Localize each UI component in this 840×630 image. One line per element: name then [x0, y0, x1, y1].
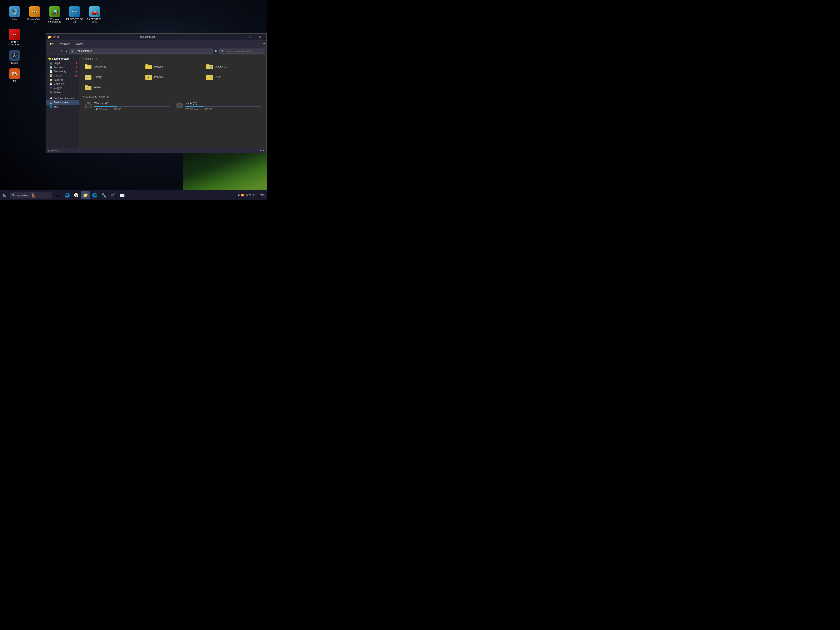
media-icon: 💾	[49, 82, 52, 85]
up-button[interactable]: ↑	[59, 49, 64, 54]
desktop-icon-cpuid[interactable]: HW CPUID HWMonitor	[6, 29, 23, 46]
folder-pobrane[interactable]: Pobrane	[143, 73, 202, 82]
desktop-icon-ea-fc[interactable]: FC24 EA SPORTS FC 24	[66, 6, 83, 23]
deer-icon: 🦌	[30, 193, 36, 198]
path-end-separator: ›	[93, 50, 93, 52]
taskbar-icon-explorer[interactable]: 📁	[81, 191, 90, 199]
desktop-icon-ea-wrc[interactable]: 🚗 EA SPORTS™ WRC	[86, 6, 103, 23]
recent-button[interactable]: ▾	[65, 49, 68, 54]
folders-grid: Dokumenty ♪ Muzyka	[83, 62, 263, 92]
taskbar-icon-edge[interactable]: 🌐	[63, 191, 71, 199]
drive-c-icon	[85, 102, 92, 110]
tab-plik[interactable]: Plik	[48, 41, 57, 46]
ribbon-expand-button[interactable]: ▾	[263, 42, 265, 46]
forward-button[interactable]: →	[53, 49, 58, 54]
drive-c-bar-fill	[95, 106, 117, 107]
address-path[interactable]: 🖥️ › Ten komputer ›	[69, 49, 213, 54]
folder-wideo[interactable]: Wideo	[83, 83, 142, 92]
desktop-icon-cs2[interactable]: CS2 Counter-Strike 2	[26, 6, 43, 23]
status-text: Elementy: 9 |	[48, 149, 62, 152]
close-button[interactable]: ✕	[255, 33, 265, 40]
sidebar-item-media[interactable]: 💾 Media (D:)	[46, 82, 79, 86]
sidebar-item-farming[interactable]: 📁 Farming	[46, 78, 79, 82]
desktop-icon-kosz[interactable]: 🗑️ Kosz	[6, 6, 23, 23]
ea-wrc-label: EA SPORTS™ WRC	[86, 18, 103, 23]
drive-d-bar-fill	[185, 106, 204, 107]
steam-label: Steam	[11, 62, 18, 64]
folder-obrazy[interactable]: Obrazy	[83, 73, 142, 82]
sidebar-item-obrazy[interactable]: 🖼️ Obrazy 📌	[46, 74, 79, 78]
taskbar-system-icons: 🔊 📶	[237, 194, 244, 196]
sidebar-item-siec[interactable]: 🌐 Sieć	[46, 104, 79, 109]
background-decoration	[183, 148, 267, 190]
cs2-icon: CS2	[29, 6, 40, 17]
taskbar-app-icons: ⊞ 🌐 📁 🌐 🔧 🛒 ✉️	[54, 191, 126, 199]
folder-obiekty3d[interactable]: Obiekty 3D	[204, 62, 263, 71]
drive-d-info: Media (D:) 729 GB wolnych z 953 GB	[185, 102, 261, 111]
desktop-icon-ea[interactable]: EA EA	[6, 68, 23, 82]
taskbar-icon-chrome[interactable]	[72, 191, 81, 199]
taskbar-icon-mail[interactable]: ✉️	[118, 191, 126, 199]
cs2-label: Counter-Strike 2	[26, 18, 43, 23]
sidebar-item-pobrane[interactable]: ⬇️ Pobrane 📌	[46, 65, 79, 69]
taskbar-search[interactable]: 🔍 Wyszukaj 🦌	[10, 192, 52, 199]
pin-indicator: 📌	[75, 70, 77, 73]
grid-view-icon[interactable]: ⊞	[262, 149, 264, 152]
tab-komputer[interactable]: Komputer	[57, 41, 73, 46]
dokumenty-icon: 📄	[49, 70, 52, 73]
folder-muzyka[interactable]: ♪ Muzyka	[143, 62, 202, 71]
taskbar-icon-app1[interactable]: 🌐	[90, 191, 99, 199]
list-view-icon[interactable]: ☰	[260, 149, 262, 152]
sidebar-item-muzyka[interactable]: 🎵 Muzyka	[46, 86, 79, 90]
content-area: ▾ Foldery (7) Dokumenty	[79, 55, 267, 148]
drive-c-bar-bg	[95, 106, 170, 107]
svg-point-15	[85, 107, 87, 108]
drive-d[interactable]: Media (D:) 729 GB wolnych z 953 GB	[174, 100, 263, 112]
folders-section-label: Foldery (7)	[85, 57, 97, 60]
explorer-main: ⭐ Szybki dostęp 🖥️ Pulpit 📌 ⬇️ Pobrane 📌…	[46, 55, 267, 148]
sidebar-item-ten-komputer[interactable]: 🖥️ Ten komputer	[46, 100, 79, 104]
svg-rect-9	[210, 76, 212, 78]
obrazy-icon: 🖼️	[49, 74, 52, 77]
tab-widok[interactable]: Widok	[73, 41, 85, 46]
refresh-button[interactable]: ↻	[213, 49, 218, 54]
taskbar-icon-store[interactable]: 🛒	[109, 191, 117, 199]
sidebar-item-onedrive[interactable]: ☁️ OneDrive - Personal	[46, 96, 79, 100]
taskbar-icon-timeline[interactable]: ⊞	[54, 191, 62, 199]
sidebar-item-dokumenty[interactable]: 📄 Dokumenty 📌	[46, 69, 79, 74]
drive-c[interactable]: Windows (C:) 147 GB wolnych z 211 GB	[83, 100, 172, 112]
farming-icon: 🚜	[49, 6, 60, 17]
siec-icon: 🌐	[49, 105, 52, 108]
pin-indicator: 📌	[75, 62, 77, 65]
folder-obrazy-label: Obrazy	[93, 76, 102, 79]
desktop-icon-steam[interactable]: Steam	[6, 50, 23, 64]
search-box[interactable]: 🔍 Przeszukaj: Ten komputer	[219, 49, 265, 54]
minimize-button[interactable]: ─	[236, 33, 246, 40]
taskbar-icon-app2[interactable]: 🔧	[99, 191, 108, 199]
komputer-icon: 🖥️	[49, 101, 52, 104]
folder-dokumenty[interactable]: Dokumenty	[83, 62, 142, 71]
search-text: Wyszukaj	[17, 194, 28, 197]
folder-obrazy-icon	[84, 74, 92, 80]
steam-icon	[9, 50, 20, 61]
devices-section-header: ▾ Urządzenia i dyski (2)	[83, 95, 263, 98]
svg-point-2	[14, 55, 15, 56]
folder-pulpit-label: Pulpit	[215, 76, 221, 79]
sidebar-item-pulpit[interactable]: 🖥️ Pulpit 📌	[46, 61, 79, 65]
cpuid-icon: HW	[9, 29, 20, 40]
window-ribbon: Plik Komputer Widok ▾	[46, 40, 267, 47]
back-button[interactable]: ←	[47, 49, 52, 54]
start-button[interactable]: ⊞	[0, 190, 9, 200]
desktop-icon-farming[interactable]: 🚜 Farming Simulator 22	[46, 6, 63, 23]
svg-text:♪: ♪	[148, 66, 150, 69]
folder-pobrane-label: Pobrane	[154, 76, 164, 79]
muzyka-icon: 🎵	[49, 87, 52, 90]
pin-indicator: 📌	[75, 66, 77, 68]
explorer-window: 📁 📌 ⊞ Ten komputer ─ □ ✕ Plik Komputer W…	[46, 33, 267, 153]
folder-pulpit[interactable]: Pulpit	[204, 73, 263, 82]
sidebar-item-wideo[interactable]: 🎬 Wideo	[46, 90, 79, 95]
window-titlebar: 📁 📌 ⊞ Ten komputer ─ □ ✕	[46, 33, 267, 40]
maximize-button[interactable]: □	[246, 33, 255, 40]
pin-icon: 📌	[53, 35, 56, 38]
taskbar-clock: 14:32	[246, 194, 251, 196]
